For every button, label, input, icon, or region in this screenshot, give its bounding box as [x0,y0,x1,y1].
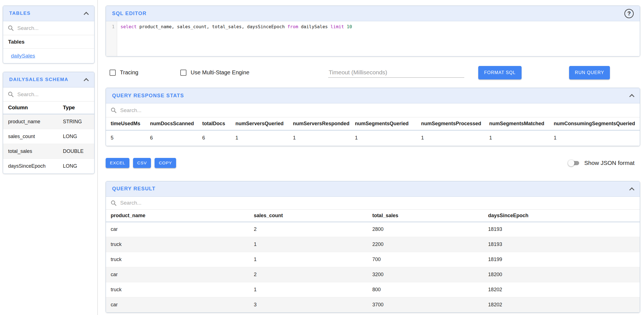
schema-column-type: STRING [63,119,82,125]
stats-cell: 1 [231,130,288,146]
run-query-button[interactable]: RUN QUERY [569,66,610,79]
stats-column-header[interactable]: numDocsScanned [145,117,198,130]
tables-search-input[interactable] [17,25,90,31]
stats-column-header[interactable]: totalDocs [198,117,231,130]
stats-cell: 5 [106,130,145,146]
result-cell: 800 [368,282,483,297]
csv-button[interactable]: CSV [133,158,151,168]
schema-search-input[interactable] [17,91,90,98]
search-icon [8,91,14,98]
search-icon [110,200,117,206]
stats-row: 5 6 6 1 1 1 1 1 1 [106,130,640,146]
stats-column-header[interactable]: timeUsedMs [106,117,145,130]
stats-column-header[interactable]: numSegmentsMatched [484,117,549,130]
result-cell: car [106,297,249,312]
result-cell: 18202 [483,282,640,297]
schema-panel-title: DAILYSALES SCHEMA [9,77,68,82]
json-format-toggle-group: Show JSON format [568,160,640,166]
editor-line-number-gutter: 1 [106,21,117,56]
sql-token: select [120,24,137,29]
chevron-up-icon[interactable] [629,187,634,192]
result-cell: 1 [249,282,368,297]
result-header-row: product_name sales_count total_sales day… [106,210,640,222]
tracing-label: Tracing [120,69,138,76]
sql-token [344,24,347,29]
sql-editor: 1 select product_name, sales_count, tota… [106,21,640,56]
result-cell: 2800 [368,222,483,237]
table-link-dailysales[interactable]: dailySales [11,53,35,59]
result-cell: 1 [249,237,368,252]
result-column-header[interactable]: sales_count [249,210,368,222]
stats-search-row [106,103,640,117]
stats-column-header[interactable]: numConsumingSegmentsQueried [549,117,640,130]
result-cell: 700 [368,252,483,267]
result-row: car 3 3700 18202 [106,297,640,312]
result-cell: 18199 [483,252,640,267]
result-search-input[interactable] [120,200,635,206]
schema-column-type: LONG [63,134,77,139]
result-row: truck 1 800 18202 [106,282,640,297]
sidebar: TABLES Tables dailySales DAILYSALES SCHE… [0,0,98,315]
schema-column-type: DOUBLE [63,148,84,154]
stats-column-header[interactable]: numServersQueried [231,117,288,130]
format-sql-button[interactable]: FORMAT SQL [478,66,522,79]
schema-panel: DAILYSALES SCHEMA Column Type product_na… [3,72,94,174]
schema-search-row [3,87,94,101]
stats-cell: 1 [416,130,484,146]
chevron-up-icon[interactable] [84,12,89,17]
result-cell: car [106,267,249,282]
tracing-checkbox-group[interactable]: Tracing [110,69,138,76]
stats-table: timeUsedMs numDocsScanned totalDocs numS… [106,117,640,146]
stats-column-header[interactable]: numSegmentsProcessed [416,117,484,130]
toggle-thumb [568,160,574,166]
tracing-checkbox[interactable] [110,70,116,76]
tables-list-header: Tables [3,35,94,49]
export-row: EXCEL CSV COPY Show JSON format [106,158,640,168]
chevron-up-icon[interactable] [629,94,634,99]
result-title: QUERY RESULT [112,186,155,192]
stats-search-input[interactable] [120,107,635,113]
multi-stage-checkbox[interactable] [180,70,186,76]
stats-column-header[interactable]: numServersResponded [288,117,350,130]
schema-col-header[interactable]: Column [8,105,63,111]
table-list-item[interactable]: dailySales [3,49,94,63]
stats-cell: 6 [145,130,198,146]
show-json-toggle[interactable] [568,160,580,166]
schema-row: total_sales DOUBLE [3,144,94,159]
query-response-stats-panel: QUERY RESPONSE STATS timeUsedMs [106,88,640,146]
result-row: car 2 3200 18200 [106,267,640,282]
tables-panel: TABLES Tables dailySales [3,6,94,63]
result-cell: 3200 [368,267,483,282]
stats-cell: 1 [350,130,416,146]
help-icon[interactable]: ? [624,9,634,18]
schema-row: product_name STRING [3,114,94,129]
sql-token: dailySales [298,24,331,29]
excel-button[interactable]: EXCEL [106,158,129,168]
result-search-row [106,197,640,210]
result-column-header[interactable]: daysSinceEpoch [483,210,640,222]
search-icon [8,25,14,31]
timeout-input[interactable] [328,67,464,78]
result-column-header[interactable]: total_sales [368,210,483,222]
copy-button[interactable]: COPY [155,158,176,168]
result-cell: 2200 [368,237,483,252]
schema-type-header[interactable]: Type [63,105,75,111]
result-cell: 3 [249,297,368,312]
stats-column-header[interactable]: numSegmentsQueried [350,117,416,130]
schema-row: sales_count LONG [3,129,94,144]
result-row: truck 1 700 18199 [106,252,640,267]
main-content: SQL EDITOR ? 1 select product_name, sale… [98,0,644,315]
result-cell: 18202 [483,297,640,312]
result-cell: 18193 [483,222,640,237]
multi-stage-checkbox-group[interactable]: Use Multi-Stage Engine [180,69,249,76]
result-cell: truck [106,252,249,267]
search-icon [110,107,117,113]
tables-panel-title: TABLES [9,11,30,16]
sql-token: limit [330,24,344,29]
result-column-header[interactable]: product_name [106,210,249,222]
result-cell: 2 [249,222,368,237]
sql-editor-panel: SQL EDITOR ? 1 select product_name, sale… [106,6,640,56]
stats-header: QUERY RESPONSE STATS [106,88,640,103]
chevron-up-icon[interactable] [84,78,89,83]
sql-code-area[interactable]: select product_name, sales_count, total_… [117,21,640,56]
